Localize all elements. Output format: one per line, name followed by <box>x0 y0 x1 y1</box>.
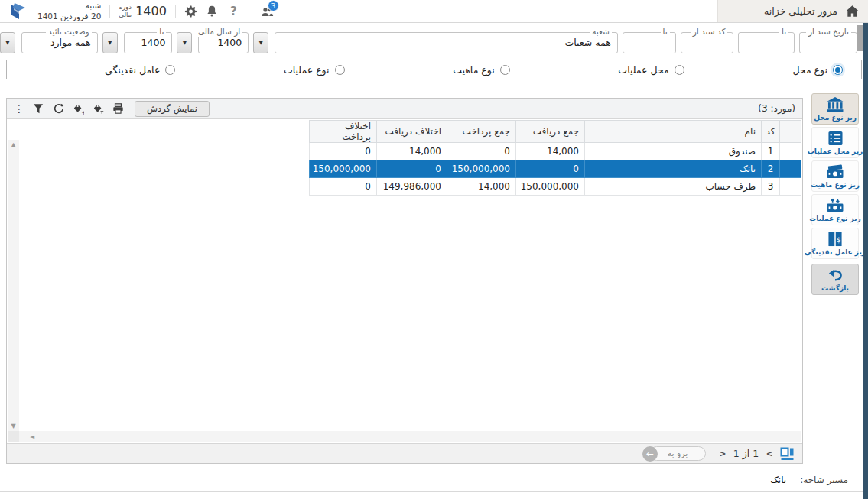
table-row-selected[interactable]: 2 بانک 0 150,000,000 0 150,000,000 <box>310 160 801 178</box>
tag-filter-icon[interactable] <box>92 102 104 115</box>
column-header-receipt-total[interactable]: جمع دریافت <box>516 121 585 143</box>
sidebar-item-liquidity-factor-detail[interactable]: $ ریز عامل نقدینگی <box>811 228 859 259</box>
cell-name[interactable]: طرف حساب <box>585 178 762 196</box>
row-edge-cell <box>795 178 801 196</box>
active-tab[interactable]: مرور تحلیلی خزانه <box>717 0 868 22</box>
cell-receipt-diff[interactable]: 149,986,000 <box>377 178 447 196</box>
cell-name[interactable]: بانک <box>585 160 762 178</box>
goto-page-button[interactable]: ← <box>642 446 658 462</box>
radio-operation-type[interactable]: نوع عملیات <box>284 64 345 76</box>
cell-payment-diff[interactable]: 150,000,000 <box>310 160 377 178</box>
divider <box>109 5 110 18</box>
doc-code-to-field[interactable]: تا <box>623 32 676 53</box>
column-header-name[interactable]: نام <box>585 121 762 143</box>
cell-payment-total[interactable]: 0 <box>447 143 516 160</box>
sidebar-item-operation-type-detail[interactable]: ریز نوع عملیات <box>811 194 859 225</box>
cell-receipt-diff[interactable]: 14,000 <box>377 143 447 160</box>
refresh-icon[interactable] <box>52 102 64 115</box>
notifications-bell-icon[interactable] <box>206 5 219 18</box>
doc-date-from-field[interactable]: تاریخ سند از <box>799 32 857 53</box>
branch-path-label: مسیر شاخه: <box>800 475 848 485</box>
cell-payment-diff[interactable]: 0 <box>310 178 377 196</box>
scroll-down-icon[interactable]: ▼ <box>8 423 19 429</box>
prev-page-chevron[interactable]: < <box>720 448 726 459</box>
radio-label: عامل نقدینگی <box>105 64 160 76</box>
page-scrollbar-thumb[interactable] <box>857 25 863 51</box>
cell-receipt-total[interactable]: 14,000 <box>516 143 585 160</box>
table-row[interactable]: 1 صندوق 14,000 0 14,000 0 <box>310 143 801 160</box>
vertical-scrollbar[interactable]: ▲ ▼ <box>8 140 19 431</box>
doc-code-from-field[interactable]: کد سند از <box>681 32 734 53</box>
arrow-left-icon: ← <box>646 449 654 459</box>
column-header-code[interactable]: کد <box>762 121 780 143</box>
tag-add-icon[interactable]: + <box>72 102 84 115</box>
filter-funnel-icon[interactable] <box>32 102 44 115</box>
radio-nature-type[interactable]: نوع ماهیت <box>453 64 510 76</box>
cell-name[interactable]: صندوق <box>585 143 762 160</box>
table-row[interactable]: 3 طرف حساب 150,000,000 14,000 149,986,00… <box>310 178 801 196</box>
field-label: کد سند از <box>691 27 728 37</box>
sidebar-item-label: ریز محل عملیات <box>808 147 863 155</box>
view-mode-radio-group: نوع محل محل عملیات نوع ماهیت نوع عملیات … <box>6 60 862 79</box>
date-label: 20 فروردین 1401 <box>37 11 101 21</box>
cell-receipt-total[interactable]: 0 <box>516 160 585 178</box>
approval-status-combo[interactable]: وضعیت تائید همه موارد <box>21 32 98 53</box>
report-sidebar: ریز نوع محل ریز محل عملیات ریز نوع ماهیت <box>810 93 860 295</box>
approval-status-dropdown-button[interactable]: ▼ <box>0 32 15 53</box>
radio-liquidity-factor[interactable]: عامل نقدینگی <box>105 64 175 76</box>
treasury-table-wrap: کد نام جمع دریافت جمع پرداخت اختلاف دریا… <box>310 120 801 196</box>
cell-code[interactable]: 2 <box>762 160 780 178</box>
field-label: شعبه <box>590 27 612 37</box>
fiscal-year-from-dropdown-button[interactable]: ▼ <box>177 32 192 53</box>
grid-layout-icon[interactable] <box>780 447 795 461</box>
next-page-chevron[interactable]: > <box>766 448 772 459</box>
radio-operation-location[interactable]: محل عملیات <box>618 64 684 76</box>
menu-kebab-icon[interactable]: ⋮ <box>14 103 24 114</box>
doc-date-to-field[interactable]: تا <box>738 32 795 53</box>
help-icon[interactable]: ? <box>227 5 240 18</box>
sidebar-item-nature-type-detail[interactable]: ریز نوع ماهیت <box>811 160 859 192</box>
column-header-payment-diff[interactable]: اختلاف پرداخت <box>310 121 377 143</box>
field-label: تا <box>661 27 670 37</box>
scroll-up-icon[interactable]: ▲ <box>8 141 19 148</box>
goto-page-input[interactable]: برو به ← <box>649 446 706 461</box>
field-label: از سال مالی <box>196 27 242 37</box>
sidebar-item-operation-location-detail[interactable]: ریز محل عملیات <box>811 127 859 158</box>
cell-code[interactable]: 1 <box>762 143 780 160</box>
sidebar-item-label: ریز نوع ماهیت <box>811 181 860 189</box>
ledger-icon: $ <box>826 232 844 247</box>
cell-receipt-diff[interactable]: 0 <box>377 160 447 178</box>
back-button[interactable]: بازگشت <box>811 264 859 295</box>
print-icon[interactable] <box>112 102 124 115</box>
fiscal-period[interactable]: دورهمالی 1400 <box>119 4 167 19</box>
bank-icon <box>826 97 844 112</box>
radio-location-type[interactable]: نوع محل <box>792 64 843 76</box>
cell-payment-diff[interactable]: 0 <box>310 143 377 160</box>
sidebar-item-label: بازگشت <box>821 284 849 292</box>
column-header-receipt-diff[interactable]: اختلاف دریافت <box>377 121 447 143</box>
users-icon[interactable]: 3 <box>261 5 274 18</box>
branch-path-value: بانک <box>770 475 786 485</box>
results-panel: ⋮ + <box>6 98 803 464</box>
show-turnover-button[interactable]: نمایش گردش <box>135 101 210 117</box>
fiscal-year-to-combo[interactable]: تا 1400 <box>124 32 173 53</box>
settings-gear-icon[interactable] <box>184 5 197 18</box>
fiscal-year-to-dropdown-button[interactable]: ▼ <box>102 32 118 53</box>
header-row: کد نام جمع دریافت جمع پرداخت اختلاف دریا… <box>310 121 801 143</box>
column-header-payment-total[interactable]: جمع پرداخت <box>447 121 516 143</box>
horizontal-scrollbar[interactable]: ◄ <box>19 431 801 442</box>
radio-dot <box>500 65 510 75</box>
cell-code[interactable]: 3 <box>762 178 780 196</box>
home-icon[interactable] <box>846 5 859 18</box>
cell-payment-total[interactable]: 150,000,000 <box>447 160 516 178</box>
branch-combo[interactable]: شعبه همه شعبات <box>275 32 618 53</box>
sidebar-item-location-type-detail[interactable]: ریز نوع محل <box>811 93 859 125</box>
svg-text:+: + <box>81 109 84 114</box>
scroll-left-icon[interactable]: ◄ <box>30 433 34 440</box>
branch-dropdown-button[interactable]: ▼ <box>253 32 268 53</box>
page-info: 1 از 1 <box>733 448 759 459</box>
fiscal-year-from-combo[interactable]: از سال مالی 1400 <box>198 32 249 53</box>
radio-label: نوع محل <box>792 64 827 76</box>
cell-payment-total[interactable]: 14,000 <box>447 178 516 196</box>
cell-receipt-total[interactable]: 150,000,000 <box>516 178 585 196</box>
